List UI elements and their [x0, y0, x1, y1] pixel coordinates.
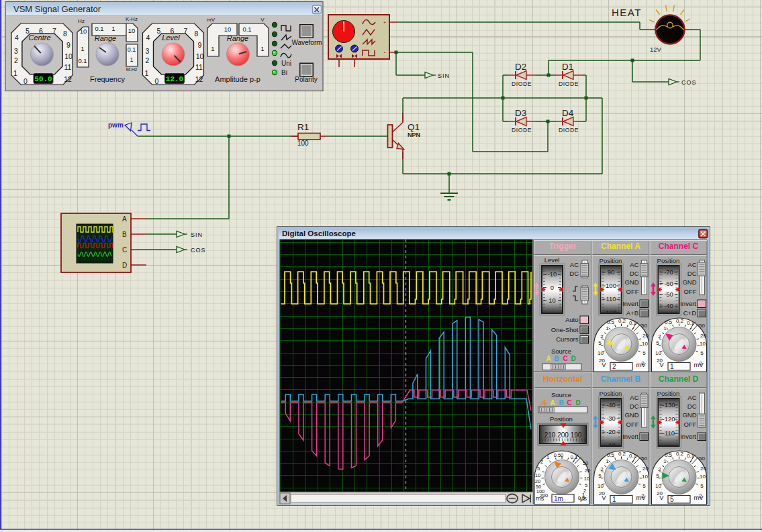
- svg-text:100: 100: [606, 282, 616, 289]
- svg-text:AC: AC: [630, 261, 638, 268]
- svg-text:1: 1: [612, 496, 616, 503]
- svg-text:3: 3: [146, 47, 150, 55]
- svg-text:50: 50: [583, 460, 588, 466]
- svg-text:5: 5: [670, 496, 674, 503]
- svg-text:DC: DC: [569, 270, 579, 277]
- svg-text:1: 1: [211, 45, 214, 52]
- svg-text:Channel A: Channel A: [601, 242, 640, 251]
- svg-text:Auto: Auto: [565, 316, 579, 323]
- svg-text:5: 5: [598, 473, 602, 479]
- svg-text:0.2: 0.2: [618, 318, 626, 324]
- svg-text:Position: Position: [657, 257, 680, 264]
- svg-text:0.1: 0.1: [78, 57, 87, 64]
- svg-text:0.5: 0.5: [665, 452, 673, 458]
- svg-text:Range: Range: [227, 34, 248, 42]
- svg-text:-40: -40: [606, 401, 616, 409]
- svg-text:2: 2: [14, 56, 18, 64]
- svg-text:50: 50: [699, 323, 705, 329]
- svg-text:12: 12: [195, 75, 203, 83]
- svg-text:DIODE: DIODE: [512, 127, 532, 134]
- svg-text:mV: mV: [636, 494, 646, 501]
- svg-text:DC: DC: [687, 403, 697, 410]
- svg-text:7: 7: [52, 27, 56, 35]
- svg-text:10: 10: [655, 350, 661, 356]
- svg-text:2: 2: [658, 333, 661, 339]
- svg-text:0.1: 0.1: [571, 454, 577, 460]
- svg-text:5: 5: [700, 483, 704, 489]
- svg-text:3: 3: [14, 47, 18, 55]
- svg-text:D: D: [575, 399, 580, 407]
- svg-text:DIODE: DIODE: [559, 127, 579, 134]
- svg-text:-20: -20: [606, 428, 616, 435]
- svg-text:DIODE: DIODE: [512, 81, 532, 87]
- svg-text:0.5: 0.5: [607, 319, 615, 325]
- svg-text:Source: Source: [551, 391, 571, 398]
- svg-text:-50: -50: [664, 290, 673, 298]
- svg-text:12V: 12V: [650, 46, 662, 53]
- svg-text:0.1: 0.1: [242, 25, 251, 33]
- svg-text:VSM Signal Generator: VSM Signal Generator: [13, 4, 101, 14]
- svg-text:20: 20: [700, 333, 706, 339]
- svg-text:10: 10: [196, 52, 204, 60]
- svg-text:1: 1: [606, 325, 609, 331]
- svg-text:Channel B: Channel B: [601, 374, 641, 384]
- svg-text:50: 50: [641, 323, 647, 329]
- svg-text:9: 9: [66, 41, 70, 49]
- svg-text:10: 10: [80, 28, 87, 35]
- svg-text:0.1: 0.1: [95, 25, 103, 32]
- svg-text:V: V: [602, 494, 606, 501]
- svg-text:-130: -130: [662, 401, 675, 409]
- svg-text:NPN: NPN: [408, 131, 420, 138]
- svg-text:Frequency: Frequency: [90, 75, 125, 83]
- svg-text:5: 5: [157, 27, 161, 35]
- svg-text:10: 10: [128, 27, 136, 34]
- svg-text:0.2: 0.2: [618, 451, 626, 457]
- svg-text:DC: DC: [630, 270, 639, 277]
- svg-text:10: 10: [642, 341, 648, 347]
- svg-text:10: 10: [598, 350, 604, 356]
- svg-text:GND: GND: [682, 411, 696, 419]
- svg-text:0.1: 0.1: [687, 453, 695, 459]
- svg-text:SIN: SIN: [191, 231, 203, 238]
- svg-text:10: 10: [64, 52, 73, 60]
- svg-text:10: 10: [700, 341, 706, 347]
- svg-text:C+D: C+D: [683, 309, 696, 317]
- svg-text:1: 1: [663, 458, 667, 464]
- svg-text:0: 0: [23, 77, 28, 85]
- svg-text:M-Hz: M-Hz: [126, 67, 138, 72]
- svg-text:Invert: Invert: [680, 300, 696, 307]
- svg-text:0.5: 0.5: [665, 319, 673, 325]
- svg-text:2: 2: [600, 466, 604, 472]
- svg-text:10: 10: [535, 472, 540, 478]
- svg-text:50.0: 50.0: [34, 75, 52, 83]
- svg-text:5: 5: [656, 340, 659, 346]
- svg-text:AC: AC: [570, 261, 579, 268]
- svg-text:DC: DC: [687, 270, 697, 277]
- svg-text:5: 5: [642, 483, 646, 489]
- svg-text:V: V: [659, 361, 664, 368]
- svg-text:2: 2: [600, 333, 604, 339]
- svg-text:pwm: pwm: [108, 121, 124, 129]
- svg-text:20: 20: [700, 466, 706, 472]
- svg-text:Waveform: Waveform: [291, 39, 322, 46]
- svg-text:Polarity: Polarity: [295, 76, 317, 83]
- svg-text:Level: Level: [544, 256, 560, 264]
- svg-text:50: 50: [699, 456, 705, 462]
- svg-text:11: 11: [64, 63, 72, 71]
- svg-text:V: V: [659, 494, 664, 501]
- svg-text:5: 5: [656, 473, 659, 479]
- svg-text:µs: µs: [580, 494, 587, 502]
- svg-text:B: B: [559, 399, 563, 407]
- svg-text:10: 10: [598, 483, 604, 489]
- svg-text:DIODE: DIODE: [559, 81, 579, 87]
- svg-text:0.50: 0.50: [554, 452, 564, 458]
- svg-text:10: 10: [224, 25, 232, 33]
- svg-text:OFF: OFF: [684, 288, 697, 295]
- svg-text:A: A: [550, 399, 555, 407]
- svg-text:mV: mV: [636, 361, 646, 368]
- svg-text:20: 20: [642, 333, 649, 339]
- svg-text:COS: COS: [681, 79, 697, 86]
- svg-text:2: 2: [540, 459, 543, 465]
- svg-text:A: A: [546, 355, 551, 362]
- svg-text:D: D: [571, 355, 575, 362]
